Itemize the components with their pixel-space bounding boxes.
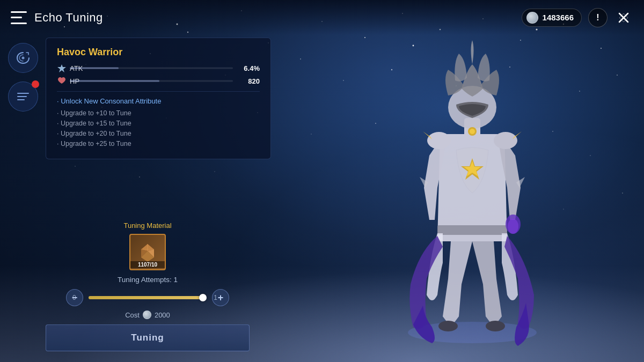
- close-button[interactable]: [614, 8, 633, 27]
- sidebar-echo-icon[interactable]: [8, 43, 38, 73]
- header-left: Echo Tuning: [11, 11, 103, 25]
- tuning-attempts-label: Tuning Attempts: 1: [46, 276, 250, 284]
- hp-bar-fill: [70, 80, 159, 82]
- cost-label: Cost: [125, 311, 140, 319]
- page-title: Echo Tuning: [34, 11, 103, 25]
- svg-point-32: [75, 166, 76, 167]
- atk-bar-bg: [70, 68, 233, 69]
- slider-row: − 0 1 +: [46, 289, 250, 306]
- upgrade-item-1: · Upgrade to +10 to Tune: [57, 109, 260, 117]
- svg-point-50: [494, 132, 517, 149]
- cost-currency-icon: [143, 311, 151, 319]
- upgrade-item-4: · Upgrade to +25 to Tune: [57, 140, 260, 147]
- svg-point-26: [311, 134, 312, 135]
- sidebar-badge: [32, 80, 39, 88]
- echo-name: Havoc Warrior: [57, 47, 260, 58]
- sidebar: [0, 38, 46, 112]
- hp-bar-bg: [70, 80, 233, 82]
- currency-amount: 1483666: [543, 13, 574, 22]
- alert-button[interactable]: !: [588, 8, 608, 27]
- atk-bar-fill: [70, 68, 119, 69]
- svg-point-34: [214, 171, 215, 172]
- material-item: 1107/10: [46, 234, 250, 270]
- svg-point-16: [300, 58, 301, 60]
- bottom-panel: Tuning Material 1107/10 Tuning Attempts:…: [46, 221, 250, 351]
- header-right: 1483666 !: [522, 8, 633, 27]
- currency-badge[interactable]: 1483666: [522, 9, 582, 27]
- cost-amount: 2000: [155, 311, 170, 319]
- svg-point-33: [139, 176, 140, 178]
- slider-max-label: 1: [214, 294, 217, 301]
- svg-point-43: [486, 321, 505, 331]
- svg-point-55: [21, 57, 24, 60]
- svg-point-42: [438, 321, 458, 331]
- svg-rect-46: [437, 225, 507, 235]
- sidebar-sort-icon[interactable]: [8, 82, 38, 112]
- upgrade-item-2: · Upgrade to +15 to Tune: [57, 120, 260, 127]
- svg-point-35: [622, 193, 623, 194]
- divider: [57, 91, 260, 92]
- material-count: 1107/10: [130, 261, 165, 268]
- echo-card: Havoc Warrior ATK 6.4% HP: [46, 38, 271, 159]
- hp-value: 820: [236, 77, 260, 85]
- slider-thumb[interactable]: [199, 294, 207, 301]
- slider-track[interactable]: [89, 296, 207, 299]
- stat-row-hp: HP 820: [57, 76, 260, 86]
- unlock-text: · Unlock New Consonant Attribute: [57, 97, 260, 105]
- tuning-material-label: Tuning Material: [46, 221, 250, 230]
- atk-icon: [57, 63, 67, 73]
- svg-point-49: [427, 132, 451, 149]
- slider-min-label: 0: [72, 294, 76, 301]
- svg-point-54: [470, 129, 475, 134]
- character-svg: [343, 16, 601, 349]
- hp-icon: [57, 76, 67, 86]
- svg-point-48: [508, 219, 518, 234]
- tuning-button[interactable]: Tuning: [46, 324, 250, 351]
- main-panel: Havoc Warrior ATK 6.4% HP: [46, 38, 271, 159]
- slider-container: 0 1: [89, 296, 207, 299]
- atk-value: 6.4%: [236, 64, 260, 72]
- stat-row-atk: ATK 6.4%: [57, 63, 260, 73]
- svg-point-22: [617, 75, 618, 76]
- slider-fill: [89, 296, 201, 299]
- upgrade-item-3: · Upgrade to +20 to Tune: [57, 130, 260, 137]
- currency-icon: [526, 12, 538, 24]
- cost-row: Cost 2000: [46, 311, 250, 319]
- menu-icon[interactable]: [11, 11, 27, 24]
- material-box[interactable]: 1107/10: [129, 234, 166, 270]
- character-display: [343, 16, 601, 349]
- header: Echo Tuning 1483666 !: [0, 0, 644, 35]
